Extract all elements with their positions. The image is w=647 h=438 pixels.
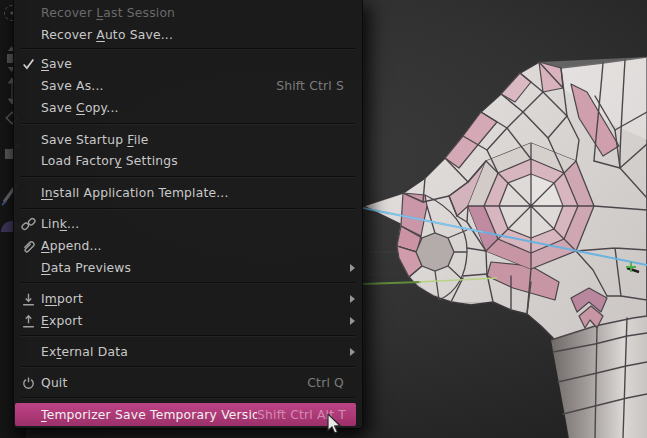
paperclip-icon	[21, 239, 36, 254]
menu-item-export[interactable]: Export	[14, 310, 362, 332]
link-icon	[21, 217, 36, 232]
menu-separator	[21, 335, 355, 336]
menu-item-save[interactable]: Save	[14, 53, 362, 75]
menu-item-label: Load Factory Settings	[41, 154, 362, 168]
menu-item-recover-last-session[interactable]: Recover Last Session	[14, 2, 362, 24]
menu-item-external-data[interactable]: External Data	[14, 341, 362, 363]
menu-item-save-startup-file[interactable]: Save Startup File	[14, 129, 362, 151]
menu-item-quit[interactable]: QuitCtrl Q	[14, 372, 362, 394]
menu-item-label: Save Copy...	[41, 101, 362, 115]
submenu-arrow-icon	[350, 295, 355, 303]
menu-item-label: Save As...	[41, 79, 276, 93]
menu-item-label: Install Application Template...	[41, 186, 362, 200]
menu-separator	[21, 48, 355, 49]
import-icon	[21, 292, 36, 307]
blender-window: Recover Last SessionRecover Auto Save...…	[0, 0, 647, 438]
menu-item-label: Import	[41, 292, 350, 306]
menu-item-link[interactable]: Link...	[14, 213, 362, 235]
menu-item-label: Save	[41, 57, 362, 71]
menu-item-import[interactable]: Import	[14, 288, 362, 310]
menu-separator	[21, 282, 355, 283]
menu-separator	[21, 176, 355, 177]
menu-item-load-factory-settings[interactable]: Load Factory Settings	[14, 150, 362, 172]
menu-separator	[21, 397, 355, 398]
menu-item-label: Recover Last Session	[41, 6, 362, 20]
check-icon	[21, 57, 36, 72]
submenu-arrow-icon	[350, 348, 355, 356]
menu-item-label: Append...	[41, 239, 362, 253]
menu-separator	[21, 366, 355, 367]
mesh-object[interactable]	[363, 0, 647, 438]
menu-item-shortcut: Shift Ctrl S	[276, 79, 344, 93]
menu-item-label: Data Previews	[41, 261, 350, 275]
menu-separator	[21, 123, 355, 124]
menu-item-data-previews[interactable]: Data Previews	[14, 257, 362, 279]
menu-item-shortcut: Shift Ctrl Alt T	[257, 408, 346, 422]
menu-item-label: Save Startup File	[41, 133, 362, 147]
menu-item-label: Quit	[41, 376, 307, 390]
power-icon	[21, 376, 36, 391]
menu-item-shortcut: Ctrl Q	[307, 376, 344, 390]
green-axis-line	[363, 282, 421, 284]
menu-item-recover-auto-save[interactable]: Recover Auto Save...	[14, 24, 362, 46]
menu-item-save-copy[interactable]: Save Copy...	[14, 97, 362, 119]
file-menu-dropdown: Recover Last SessionRecover Auto Save...…	[13, 0, 363, 429]
menu-item-label: Link...	[41, 217, 362, 231]
export-icon	[21, 314, 36, 329]
submenu-arrow-icon	[350, 317, 355, 325]
submenu-arrow-icon	[350, 264, 355, 272]
menu-item-label: External Data	[41, 345, 350, 359]
menu-item-label: Recover Auto Save...	[41, 28, 362, 42]
menu-item-append[interactable]: Append...	[14, 235, 362, 257]
menu-item-label: Temporizer Save Temporary Versions	[41, 408, 257, 422]
menu-item-install-application-template[interactable]: Install Application Template...	[14, 182, 362, 204]
menu-separator	[21, 208, 355, 209]
menu-item-save-as[interactable]: Save As...Shift Ctrl S	[14, 75, 362, 97]
menu-item-temporizer-save-temporary-versions[interactable]: Temporizer Save Temporary VersionsShift …	[15, 403, 356, 426]
menu-item-label: Export	[41, 314, 350, 328]
